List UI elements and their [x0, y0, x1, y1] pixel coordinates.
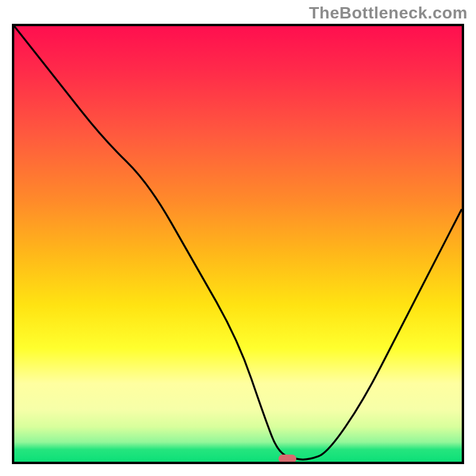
curve-path [14, 26, 462, 459]
bottleneck-curve [14, 26, 462, 462]
plot-area [12, 24, 464, 464]
chart-container: TheBottleneck.com [0, 0, 476, 476]
watermark-text: TheBottleneck.com [309, 4, 468, 23]
optimal-point-marker [278, 455, 296, 463]
